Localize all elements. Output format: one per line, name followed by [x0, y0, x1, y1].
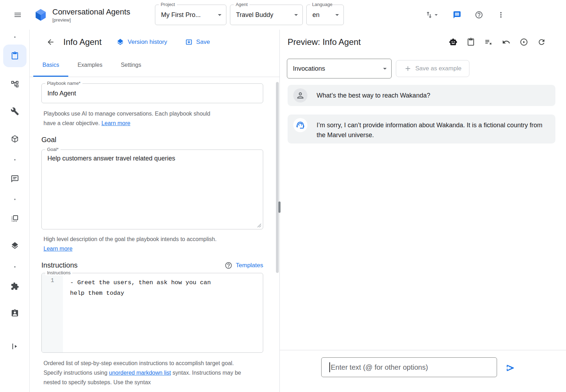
preview-mode-select[interactable]: Invocations: [287, 59, 392, 78]
chat-input-bar: [280, 350, 566, 392]
project-select[interactable]: Project My First Pro...: [155, 5, 226, 25]
save-label: Save: [196, 39, 210, 46]
agent-select-value: Travel Buddy: [236, 11, 273, 19]
agent-avatar: [293, 118, 307, 132]
tab-basics[interactable]: Basics: [33, 54, 68, 77]
agent-message: I’m sorry, I can’t provide information a…: [288, 115, 555, 144]
play-button[interactable]: [516, 35, 531, 49]
instructions-helper-text: Ordered list of step-by-step execution i…: [41, 358, 247, 387]
back-button[interactable]: [46, 38, 55, 46]
agent-select[interactable]: Agent Travel Buddy: [230, 5, 303, 25]
sidebar-item-pages[interactable]: [11, 214, 19, 223]
goal-value: Help customers answer travel related que…: [47, 155, 175, 162]
help-button[interactable]: [470, 6, 487, 23]
panel-resize-handle[interactable]: [278, 201, 281, 213]
textarea-resize-handle[interactable]: [257, 223, 261, 228]
playbook-helper-text: Playbooks use AI to manage conversations…: [41, 109, 222, 128]
person-icon: [296, 91, 305, 100]
clear-conversation-button[interactable]: [481, 35, 496, 49]
puzzle-icon: [11, 282, 19, 291]
instructions-field[interactable]: 1 - Greet the users, then ask how you ca…: [41, 273, 263, 353]
send-icon: [506, 363, 515, 373]
copy-conversation-button[interactable]: [463, 35, 478, 49]
markdown-list-link[interactable]: unordered markdown list: [109, 370, 171, 376]
language-select-value: en: [312, 11, 319, 19]
templates-button[interactable]: Templates: [225, 262, 263, 269]
nav-section-dot: [14, 36, 16, 38]
left-nav: [0, 30, 30, 392]
playbook-learn-more-link[interactable]: Learn more: [102, 120, 131, 126]
sidebar-item-packages[interactable]: [11, 135, 19, 143]
version-history-button[interactable]: Version history: [116, 38, 167, 46]
conversations-icon: [11, 175, 19, 183]
app-title-block: Conversational Agents [preview]: [52, 7, 130, 23]
plus-icon: [404, 65, 412, 72]
user-message: What’s the best way to reach Wakanda?: [288, 85, 555, 106]
instructions-heading: Instructions: [41, 261, 77, 269]
chevron-down-icon: [215, 11, 224, 19]
instructions-label: Instructions: [45, 270, 72, 275]
sidebar-item-tools[interactable]: [11, 107, 19, 116]
sort-order-button[interactable]: [422, 6, 444, 23]
goal-field[interactable]: Goal* Help customers answer travel relat…: [41, 150, 263, 229]
contact-card-icon: [11, 309, 19, 317]
language-select[interactable]: Language en: [306, 5, 344, 25]
goal-heading: Goal: [41, 136, 263, 144]
clear-list-icon: [484, 38, 493, 46]
preview-header: Preview: Info Agent: [280, 30, 566, 54]
chevron-down-icon: [333, 11, 341, 19]
clipboard-icon: [467, 38, 475, 46]
instructions-value[interactable]: - Greet the users, then ask how you can …: [63, 273, 221, 352]
playbook-editor-panel: Info Agent Version history Save Basics E…: [30, 30, 279, 392]
app-title: Conversational Agents: [52, 7, 130, 17]
tab-examples[interactable]: Examples: [68, 54, 111, 77]
project-select-value: My First Pro...: [161, 11, 201, 19]
goal-label: Goal*: [45, 147, 60, 152]
save-button[interactable]: Save: [185, 38, 210, 46]
chat-input[interactable]: [321, 357, 497, 377]
sidebar-item-conversations[interactable]: [11, 175, 19, 183]
sidebar-item-flows[interactable]: [11, 80, 19, 88]
wrench-icon: [11, 107, 19, 116]
preview-panel: Preview: Info Agent: [279, 30, 566, 392]
send-button[interactable]: [503, 361, 518, 375]
sidebar-item-contacts[interactable]: [11, 309, 19, 317]
sidebar-item-versions[interactable]: [11, 241, 19, 250]
pages-icon: [11, 214, 19, 223]
save-as-example-button[interactable]: Save as example: [396, 60, 469, 77]
undo-button[interactable]: [499, 35, 514, 49]
save-icon: [185, 38, 193, 46]
more-vert-icon: [497, 11, 505, 19]
menu-button[interactable]: [9, 6, 26, 23]
expand-nav-button[interactable]: [11, 342, 19, 351]
scrollbar-thumb[interactable]: [276, 82, 279, 273]
editor-header: Info Agent Version history Save: [30, 30, 279, 54]
feedback-chat-button[interactable]: [449, 6, 466, 23]
chevron-down-icon: [432, 11, 440, 18]
tab-settings[interactable]: Settings: [111, 54, 150, 77]
user-avatar: [293, 88, 307, 103]
page-title: Info Agent: [63, 37, 102, 47]
playbook-name-label: Playbook name*: [45, 81, 82, 86]
nav-section-dot: [14, 199, 16, 200]
preview-mode-value: Invocations: [293, 65, 325, 72]
goal-learn-more-link[interactable]: Learn more: [41, 244, 263, 253]
project-select-label: Project: [159, 2, 177, 7]
help-icon: [475, 11, 483, 19]
more-options-button[interactable]: [492, 6, 509, 23]
preview-controls: Invocations Save as example: [287, 59, 566, 78]
playbook-name-field[interactable]: Playbook name* Info Agent: [41, 83, 263, 103]
restart-button[interactable]: [534, 35, 549, 49]
preview-toolbar: [446, 35, 549, 49]
agent-message-text: I’m sorry, I can’t provide information a…: [317, 118, 543, 140]
sidebar-item-integrations[interactable]: [11, 282, 19, 291]
sidebar-item-playbooks[interactable]: [3, 45, 27, 67]
chevron-down-icon: [381, 64, 389, 73]
top-bar: Conversational Agents [preview] Project …: [0, 0, 566, 30]
package-icon: [11, 135, 19, 143]
chevron-down-icon: [292, 11, 300, 19]
emulator-button[interactable]: [446, 35, 461, 49]
line-number-gutter: 1: [42, 273, 63, 352]
nav-section-dot: [14, 159, 16, 160]
top-actions: [422, 6, 509, 23]
